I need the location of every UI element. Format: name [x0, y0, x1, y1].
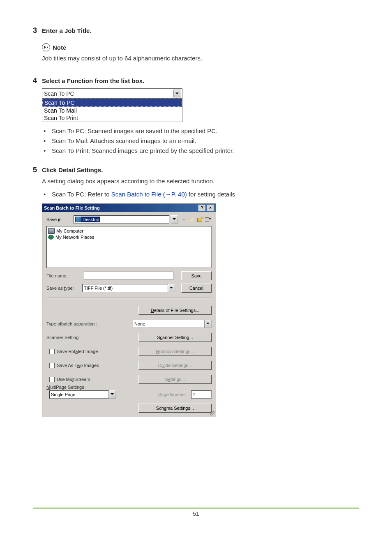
close-button[interactable]: ×: [207, 205, 214, 211]
file-item-label: My Network Places: [55, 235, 94, 240]
settings-button: Settings...: [138, 375, 212, 384]
dialog-title: Scan Batch to File Setting: [44, 205, 100, 210]
back-icon[interactable]: [181, 216, 188, 223]
bullet-text: Scan To PC: Refer to Scan Batch to File …: [52, 189, 237, 199]
file-name-label: File name:: [46, 273, 76, 278]
file-item[interactable]: My Computer: [48, 228, 210, 234]
bullet: •: [42, 146, 52, 156]
up-folder-icon[interactable]: [189, 216, 196, 223]
view-menu-icon[interactable]: [204, 216, 211, 223]
computer-icon: [48, 228, 55, 234]
function-dropdown[interactable]: Scan To PC Scan To PC Scan To Mail Scan …: [42, 88, 182, 122]
bullet-text: Scan To PC: Scanned images are saved to …: [52, 126, 217, 136]
page-footer: 51: [33, 508, 359, 517]
page-number-label: Page Number :: [158, 392, 189, 397]
details-of-file-settings-button[interactable]: Details of File Settings...: [138, 306, 212, 315]
use-multistream-label: Use MultiStream: [57, 377, 90, 382]
save-as-type-select[interactable]: TIFF File (*.tif): [82, 284, 168, 292]
save-in-label: Save in:: [46, 217, 74, 222]
function-dropdown-value: Scan To PC: [44, 90, 74, 97]
scan-batch-to-file-dialog: Scan Batch to File Setting ? × Save in: …: [42, 203, 216, 417]
step-5-title: Click Detail Settings.: [42, 166, 103, 173]
bullet-text: Scan To Mail: Attaches scanned images to…: [52, 136, 196, 146]
batch-separation-label: Type of batch separation :: [46, 321, 133, 326]
step-4-number: 4: [33, 76, 42, 85]
multipage-settings-label: MultiPage Settings :: [46, 385, 212, 390]
step-5-number: 5: [33, 166, 42, 174]
step-5-body: A setting dialog box appears according t…: [42, 177, 359, 185]
divide-settings-button: Divide Settings...: [138, 361, 212, 370]
schema-settings-button[interactable]: Schema Settings...: [138, 404, 212, 413]
bullet: •: [42, 189, 52, 199]
scanner-setting-button[interactable]: Scanner Setting...: [138, 333, 212, 342]
multipage-select[interactable]: Single Page: [49, 390, 109, 399]
save-button[interactable]: Save: [181, 271, 212, 280]
page-number-value: 2: [191, 390, 212, 399]
bullet-suffix: for setting details.: [187, 191, 237, 198]
file-item-label: My Computer: [56, 229, 83, 233]
file-name-input[interactable]: [84, 272, 173, 280]
save-two-images-checkbox[interactable]: [49, 363, 55, 368]
batch-separation-select[interactable]: None: [133, 320, 205, 328]
chevron-down-icon[interactable]: [109, 390, 116, 399]
scanner-setting-label: Scanner Setting: [46, 335, 138, 340]
cancel-button[interactable]: Cancel: [181, 284, 212, 293]
desktop-icon: [76, 217, 81, 222]
page-number: 51: [193, 510, 199, 517]
chevron-down-icon[interactable]: [171, 215, 178, 224]
step-3-number: 3: [33, 26, 42, 35]
file-item[interactable]: My Network Places: [48, 234, 210, 240]
dropdown-item[interactable]: Scan To Mail: [42, 107, 182, 114]
help-button[interactable]: ?: [198, 205, 206, 211]
resize-grip-icon[interactable]: [210, 411, 215, 416]
note-text: Job titles may consist of up to 64 alpha…: [42, 54, 359, 62]
new-folder-icon[interactable]: [196, 216, 203, 223]
save-rotated-label: Save Rotated Image: [57, 349, 98, 354]
file-browser-pane[interactable]: My Computer My Network Places: [46, 226, 212, 268]
note-icon: [42, 43, 50, 51]
bullet: •: [42, 126, 52, 136]
save-as-type-label: Save as type:: [46, 286, 76, 291]
bullet-text: Scan To Print: Scanned images are printe…: [52, 146, 234, 156]
chevron-down-icon[interactable]: [168, 284, 175, 292]
chevron-down-icon[interactable]: [205, 320, 212, 328]
dropdown-item[interactable]: Scan To Print: [42, 114, 182, 122]
save-in-select[interactable]: Desktop: [74, 215, 169, 224]
function-dropdown-list: Scan To PC Scan To Mail Scan To Print: [42, 99, 182, 122]
note-label: Note: [53, 44, 66, 51]
save-rotated-checkbox[interactable]: [49, 349, 55, 354]
chevron-down-icon[interactable]: [173, 90, 181, 97]
step-4-title: Select a Function from the list box.: [42, 77, 144, 84]
step-3-title: Enter a Job Title.: [42, 27, 92, 34]
scan-batch-to-file-link[interactable]: Scan Batch to File (→P. 40): [111, 191, 187, 198]
save-two-images-label: Save As Two Images: [57, 363, 99, 368]
use-multistream-checkbox[interactable]: [49, 377, 55, 382]
page-number-stepper: 2: [191, 390, 212, 399]
rotation-settings-button: Rotation Settings...: [138, 347, 212, 356]
save-in-value: Desktop: [83, 217, 99, 222]
bullet-prefix: Scan To PC: Refer to: [52, 191, 111, 198]
network-icon: [48, 235, 54, 240]
dropdown-item[interactable]: Scan To PC: [42, 99, 182, 107]
bullet: •: [42, 136, 52, 146]
